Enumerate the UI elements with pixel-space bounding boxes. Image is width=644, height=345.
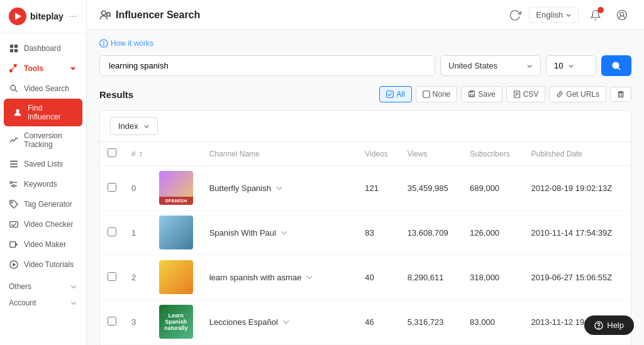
delete-button[interactable] [610, 87, 631, 102]
channel-name-text: learn spanish with asmae [209, 273, 302, 282]
sidebar-item-video-checker[interactable]: Video Checker [0, 214, 86, 234]
sidebar-item-dashboard-label: Dashboard [24, 44, 61, 53]
row-thumb-cell [152, 255, 202, 300]
channel-name-container: Lecciones Español [209, 317, 350, 327]
all-button[interactable]: All [379, 86, 411, 102]
row-subscribers-cell: 83,000 [462, 300, 523, 344]
table-row: 3 LearnSpanishnaturally Lecciones Españo… [100, 300, 631, 344]
table-row: 2 learn spanish with asmae 40 8,290,611 … [100, 255, 631, 300]
sidebar-nav: Dashboard Tools Video Search Find Influe… [0, 33, 86, 345]
row-checkbox-1[interactable] [108, 227, 116, 236]
country-chevron-icon [526, 63, 533, 69]
channel-name-container: Butterfly Spanish [209, 183, 350, 193]
index-dropdown-label: Index [118, 121, 138, 131]
video-search-icon [9, 84, 19, 94]
help-button[interactable]: Help [584, 315, 634, 335]
sidebar-item-video-tutorials[interactable]: Video Tutorials [0, 255, 86, 275]
sidebar-item-dashboard[interactable]: Dashboard [0, 38, 86, 58]
row-checkbox-0[interactable] [108, 183, 116, 192]
header-actions: English [509, 6, 631, 25]
row-videos-cell: 46 [357, 300, 400, 344]
sidebar-others-section[interactable]: Others [9, 282, 77, 291]
none-button[interactable]: None [416, 86, 458, 102]
svg-point-27 [620, 12, 624, 16]
chevron-down-icon [565, 12, 572, 18]
svg-point-12 [13, 185, 15, 187]
row-thumb-cell: SPANISH [152, 166, 202, 211]
svg-line-25 [110, 16, 111, 17]
channel-expand-icon[interactable] [282, 317, 291, 326]
sidebar-item-video-maker-label: Video Maker [24, 240, 66, 249]
channel-expand-icon[interactable] [280, 228, 289, 237]
row-views-cell: 13,608,709 [400, 211, 462, 255]
how-it-works-label: How it works [111, 39, 153, 48]
checkbox-all-icon [386, 90, 394, 98]
channel-expand-icon[interactable] [305, 273, 314, 282]
tag-generator-icon [9, 199, 19, 209]
results-actions: All None Save CSV Get URLs [379, 86, 631, 102]
sidebar-item-find-influencer[interactable]: Find Influencer [4, 99, 82, 126]
sidebar-item-conversion-tracking[interactable]: Conversion Tracking [0, 126, 86, 154]
video-checker-icon [9, 219, 19, 229]
get-urls-button[interactable]: Get URLs [549, 86, 606, 102]
country-value: United States [448, 61, 521, 70]
col-index-label: # [131, 150, 136, 158]
refresh-icon[interactable] [509, 9, 521, 21]
logo-icon [9, 8, 26, 25]
channel-expand-icon[interactable] [275, 183, 284, 192]
sidebar-item-saved-lists[interactable]: Saved Lists [0, 154, 86, 174]
svg-rect-10 [10, 167, 18, 168]
channel-name-text: Lecciones Español [209, 317, 278, 327]
row-checkbox-cell [100, 211, 124, 255]
conversion-tracking-icon [9, 135, 19, 145]
svg-point-31 [613, 62, 618, 68]
trash-icon [617, 90, 625, 98]
sidebar-item-tag-generator[interactable]: Tag Generator [0, 194, 86, 214]
sidebar-account-section[interactable]: Account [9, 298, 77, 307]
csv-button[interactable]: CSV [506, 86, 546, 102]
account-button[interactable] [613, 6, 631, 25]
tools-icon [9, 63, 19, 74]
svg-point-24 [107, 13, 111, 16]
page-title: Influencer Search [116, 9, 200, 21]
row-thumb-cell [152, 211, 202, 255]
count-dropdown[interactable]: 10 [546, 55, 596, 76]
keywords-icon [9, 179, 19, 189]
table-row: 0 SPANISH Butterfly Spanish 121 35,459,9… [100, 166, 631, 211]
how-it-works-link[interactable]: How it works [99, 39, 631, 48]
sidebar-item-video-search[interactable]: Video Search [0, 79, 86, 99]
svg-point-30 [104, 41, 104, 42]
notifications-button[interactable] [586, 6, 605, 25]
search-input[interactable] [99, 55, 435, 76]
svg-rect-3 [10, 49, 13, 52]
sidebar-item-keywords[interactable]: Keywords [0, 174, 86, 194]
sidebar-menu-button[interactable]: ··· [69, 11, 77, 22]
country-dropdown[interactable]: United States [440, 55, 541, 76]
sidebar-item-saved-lists-label: Saved Lists [24, 160, 63, 168]
channel-thumbnail [159, 260, 193, 294]
channel-name-container: learn spanish with asmae [209, 273, 350, 282]
save-button[interactable]: Save [461, 86, 502, 102]
row-views-cell: 5,316,723 [400, 300, 462, 344]
svg-line-32 [618, 67, 620, 69]
sort-icon [138, 151, 144, 157]
index-dropdown[interactable]: Index [110, 117, 158, 135]
sidebar-item-find-influencer-label: Find Influencer [28, 104, 74, 121]
svg-rect-9 [10, 163, 18, 165]
svg-point-17 [11, 202, 13, 203]
select-all-checkbox[interactable] [108, 148, 116, 157]
svg-rect-8 [10, 161, 18, 162]
language-selector[interactable]: English [529, 7, 579, 23]
checkbox-none-icon [423, 90, 430, 98]
row-checkbox-2[interactable] [108, 272, 116, 281]
row-checkbox-3[interactable] [108, 317, 116, 326]
language-label: English [536, 10, 563, 19]
help-label: Help [607, 320, 624, 330]
info-icon [99, 39, 108, 48]
search-button[interactable] [601, 55, 631, 76]
sidebar-item-video-maker[interactable]: Video Maker [0, 234, 86, 255]
save-icon [468, 90, 475, 98]
sidebar-item-keywords-label: Keywords [24, 180, 57, 189]
channel-name-text: Butterfly Spanish [209, 183, 271, 193]
col-thumb [152, 142, 202, 166]
